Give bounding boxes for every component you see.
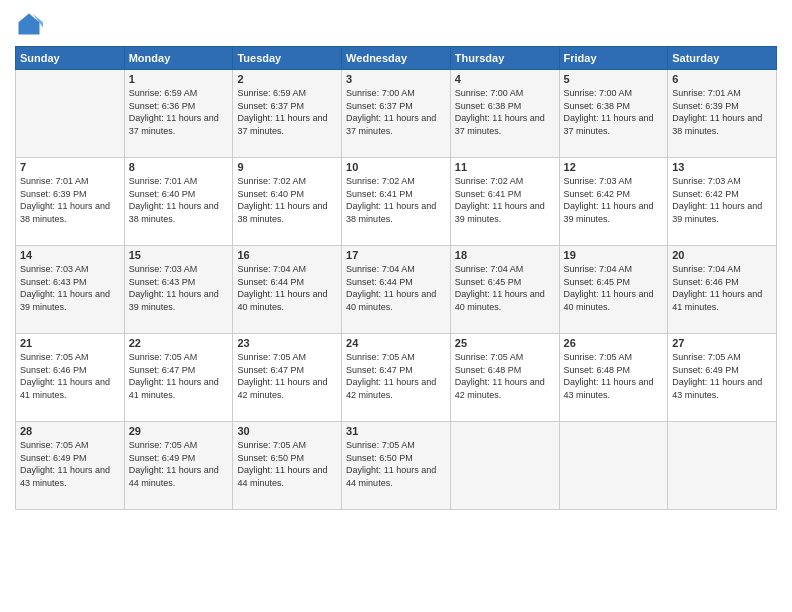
day-cell: 8Sunrise: 7:01 AMSunset: 6:40 PMDaylight…	[124, 158, 233, 246]
day-info: Sunrise: 7:04 AMSunset: 6:45 PMDaylight:…	[564, 263, 664, 313]
day-number: 27	[672, 337, 772, 349]
day-info: Sunrise: 7:01 AMSunset: 6:39 PMDaylight:…	[20, 175, 120, 225]
day-cell: 10Sunrise: 7:02 AMSunset: 6:41 PMDayligh…	[342, 158, 451, 246]
day-cell	[559, 422, 668, 510]
day-info: Sunrise: 7:04 AMSunset: 6:46 PMDaylight:…	[672, 263, 772, 313]
day-cell: 18Sunrise: 7:04 AMSunset: 6:45 PMDayligh…	[450, 246, 559, 334]
day-cell: 13Sunrise: 7:03 AMSunset: 6:42 PMDayligh…	[668, 158, 777, 246]
day-info: Sunrise: 7:05 AMSunset: 6:46 PMDaylight:…	[20, 351, 120, 401]
day-number: 14	[20, 249, 120, 261]
day-info: Sunrise: 7:01 AMSunset: 6:39 PMDaylight:…	[672, 87, 772, 137]
day-info: Sunrise: 7:05 AMSunset: 6:49 PMDaylight:…	[129, 439, 229, 489]
day-info: Sunrise: 7:03 AMSunset: 6:42 PMDaylight:…	[564, 175, 664, 225]
day-info: Sunrise: 7:02 AMSunset: 6:40 PMDaylight:…	[237, 175, 337, 225]
day-cell: 23Sunrise: 7:05 AMSunset: 6:47 PMDayligh…	[233, 334, 342, 422]
day-cell: 20Sunrise: 7:04 AMSunset: 6:46 PMDayligh…	[668, 246, 777, 334]
day-info: Sunrise: 7:01 AMSunset: 6:40 PMDaylight:…	[129, 175, 229, 225]
svg-marker-0	[19, 14, 40, 35]
day-info: Sunrise: 7:03 AMSunset: 6:42 PMDaylight:…	[672, 175, 772, 225]
day-number: 8	[129, 161, 229, 173]
day-info: Sunrise: 6:59 AMSunset: 6:36 PMDaylight:…	[129, 87, 229, 137]
day-cell: 11Sunrise: 7:02 AMSunset: 6:41 PMDayligh…	[450, 158, 559, 246]
day-number: 13	[672, 161, 772, 173]
day-info: Sunrise: 7:00 AMSunset: 6:38 PMDaylight:…	[455, 87, 555, 137]
col-header-sunday: Sunday	[16, 47, 125, 70]
day-info: Sunrise: 7:00 AMSunset: 6:37 PMDaylight:…	[346, 87, 446, 137]
day-info: Sunrise: 7:05 AMSunset: 6:48 PMDaylight:…	[564, 351, 664, 401]
day-cell: 25Sunrise: 7:05 AMSunset: 6:48 PMDayligh…	[450, 334, 559, 422]
col-header-friday: Friday	[559, 47, 668, 70]
day-number: 24	[346, 337, 446, 349]
day-cell: 14Sunrise: 7:03 AMSunset: 6:43 PMDayligh…	[16, 246, 125, 334]
day-cell: 7Sunrise: 7:01 AMSunset: 6:39 PMDaylight…	[16, 158, 125, 246]
day-info: Sunrise: 6:59 AMSunset: 6:37 PMDaylight:…	[237, 87, 337, 137]
day-info: Sunrise: 7:00 AMSunset: 6:38 PMDaylight:…	[564, 87, 664, 137]
day-info: Sunrise: 7:04 AMSunset: 6:44 PMDaylight:…	[346, 263, 446, 313]
col-header-wednesday: Wednesday	[342, 47, 451, 70]
day-cell: 30Sunrise: 7:05 AMSunset: 6:50 PMDayligh…	[233, 422, 342, 510]
header	[15, 10, 777, 38]
day-number: 6	[672, 73, 772, 85]
week-row-3: 14Sunrise: 7:03 AMSunset: 6:43 PMDayligh…	[16, 246, 777, 334]
day-number: 20	[672, 249, 772, 261]
calendar-table: SundayMondayTuesdayWednesdayThursdayFrid…	[15, 46, 777, 510]
day-cell: 19Sunrise: 7:04 AMSunset: 6:45 PMDayligh…	[559, 246, 668, 334]
day-cell: 3Sunrise: 7:00 AMSunset: 6:37 PMDaylight…	[342, 70, 451, 158]
logo-icon	[15, 10, 43, 38]
day-info: Sunrise: 7:03 AMSunset: 6:43 PMDaylight:…	[20, 263, 120, 313]
day-number: 15	[129, 249, 229, 261]
col-header-thursday: Thursday	[450, 47, 559, 70]
day-number: 1	[129, 73, 229, 85]
day-info: Sunrise: 7:04 AMSunset: 6:44 PMDaylight:…	[237, 263, 337, 313]
week-row-1: 1Sunrise: 6:59 AMSunset: 6:36 PMDaylight…	[16, 70, 777, 158]
week-row-4: 21Sunrise: 7:05 AMSunset: 6:46 PMDayligh…	[16, 334, 777, 422]
col-header-tuesday: Tuesday	[233, 47, 342, 70]
day-number: 11	[455, 161, 555, 173]
day-info: Sunrise: 7:03 AMSunset: 6:43 PMDaylight:…	[129, 263, 229, 313]
day-number: 23	[237, 337, 337, 349]
day-cell: 28Sunrise: 7:05 AMSunset: 6:49 PMDayligh…	[16, 422, 125, 510]
day-cell: 17Sunrise: 7:04 AMSunset: 6:44 PMDayligh…	[342, 246, 451, 334]
day-cell: 2Sunrise: 6:59 AMSunset: 6:37 PMDaylight…	[233, 70, 342, 158]
day-number: 26	[564, 337, 664, 349]
week-row-2: 7Sunrise: 7:01 AMSunset: 6:39 PMDaylight…	[16, 158, 777, 246]
day-info: Sunrise: 7:05 AMSunset: 6:47 PMDaylight:…	[237, 351, 337, 401]
day-number: 30	[237, 425, 337, 437]
day-cell	[668, 422, 777, 510]
day-number: 5	[564, 73, 664, 85]
col-header-saturday: Saturday	[668, 47, 777, 70]
day-info: Sunrise: 7:02 AMSunset: 6:41 PMDaylight:…	[455, 175, 555, 225]
day-cell: 22Sunrise: 7:05 AMSunset: 6:47 PMDayligh…	[124, 334, 233, 422]
day-number: 3	[346, 73, 446, 85]
day-cell	[450, 422, 559, 510]
day-number: 29	[129, 425, 229, 437]
day-info: Sunrise: 7:05 AMSunset: 6:48 PMDaylight:…	[455, 351, 555, 401]
day-cell: 26Sunrise: 7:05 AMSunset: 6:48 PMDayligh…	[559, 334, 668, 422]
day-cell: 27Sunrise: 7:05 AMSunset: 6:49 PMDayligh…	[668, 334, 777, 422]
day-number: 4	[455, 73, 555, 85]
day-cell: 21Sunrise: 7:05 AMSunset: 6:46 PMDayligh…	[16, 334, 125, 422]
day-cell: 4Sunrise: 7:00 AMSunset: 6:38 PMDaylight…	[450, 70, 559, 158]
day-number: 10	[346, 161, 446, 173]
day-cell: 29Sunrise: 7:05 AMSunset: 6:49 PMDayligh…	[124, 422, 233, 510]
week-row-5: 28Sunrise: 7:05 AMSunset: 6:49 PMDayligh…	[16, 422, 777, 510]
day-cell: 24Sunrise: 7:05 AMSunset: 6:47 PMDayligh…	[342, 334, 451, 422]
day-cell: 6Sunrise: 7:01 AMSunset: 6:39 PMDaylight…	[668, 70, 777, 158]
day-cell: 16Sunrise: 7:04 AMSunset: 6:44 PMDayligh…	[233, 246, 342, 334]
day-cell: 5Sunrise: 7:00 AMSunset: 6:38 PMDaylight…	[559, 70, 668, 158]
day-info: Sunrise: 7:05 AMSunset: 6:50 PMDaylight:…	[346, 439, 446, 489]
day-number: 18	[455, 249, 555, 261]
day-cell: 31Sunrise: 7:05 AMSunset: 6:50 PMDayligh…	[342, 422, 451, 510]
day-number: 12	[564, 161, 664, 173]
day-number: 7	[20, 161, 120, 173]
logo	[15, 10, 47, 38]
page: SundayMondayTuesdayWednesdayThursdayFrid…	[0, 0, 792, 612]
day-number: 9	[237, 161, 337, 173]
header-row: SundayMondayTuesdayWednesdayThursdayFrid…	[16, 47, 777, 70]
day-number: 25	[455, 337, 555, 349]
day-info: Sunrise: 7:05 AMSunset: 6:50 PMDaylight:…	[237, 439, 337, 489]
day-cell	[16, 70, 125, 158]
day-info: Sunrise: 7:04 AMSunset: 6:45 PMDaylight:…	[455, 263, 555, 313]
day-number: 19	[564, 249, 664, 261]
day-number: 2	[237, 73, 337, 85]
